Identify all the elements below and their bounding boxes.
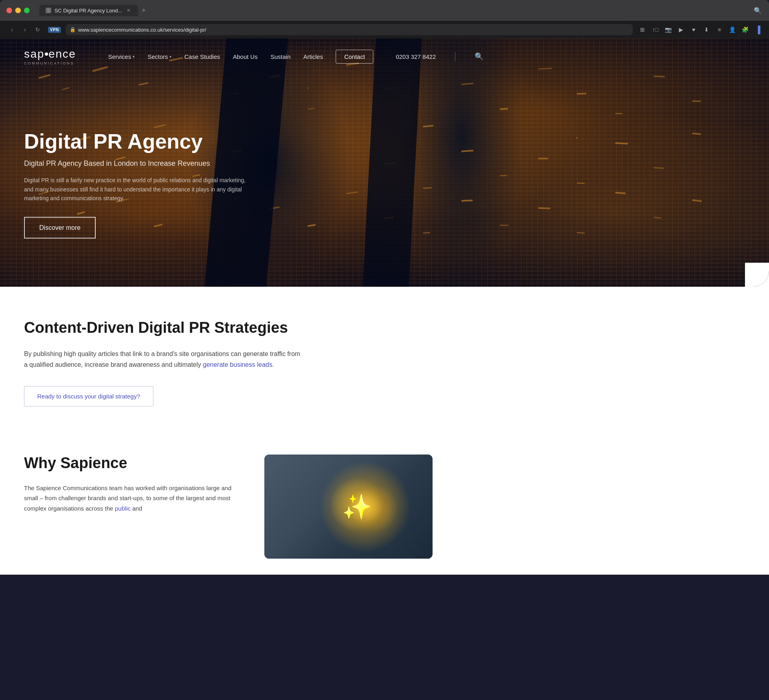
why-sapience-body: The Sapience Communications team has wor…: [24, 483, 232, 514]
hero-description: Digital PR is still a fairly new practic…: [24, 176, 248, 203]
menu-icon[interactable]: ≡: [715, 25, 724, 34]
nav-sustain-label: Sustain: [270, 53, 290, 60]
logo[interactable]: sap ence COMMUNICATIONS: [24, 48, 76, 65]
logo-text-post: ence: [48, 48, 76, 60]
active-tab[interactable]: S SC Digital PR Agency Lond... ✕: [39, 5, 138, 16]
why-sapience-text: Why Sapience The Sapience Communications…: [24, 455, 232, 514]
hero-corner: [745, 263, 769, 287]
tab-title: SC Digital PR Agency Lond...: [54, 8, 122, 14]
website-content: sap ence COMMUNICATIONS Services ▾ Secto…: [0, 38, 769, 575]
hero-subtitle: Digital PR Agency Based in London to Inc…: [24, 159, 248, 168]
extensions-icon[interactable]: 🧩: [740, 25, 750, 34]
nav-contact-button[interactable]: Contact: [336, 50, 373, 64]
why-sapience-title: Why Sapience: [24, 455, 232, 472]
logo-wordmark: sap ence: [24, 48, 76, 60]
browser-titlebar: S SC Digital PR Agency Lond... ✕ + 🔍: [0, 0, 769, 21]
browser-actions: ⊞ ↑□ 📷 ▶ ♥ ⬇ ≡ 👤 🧩 ▐: [638, 25, 763, 34]
logo-dot-icon: [45, 52, 48, 56]
nav-phone: 0203 327 8422: [396, 53, 436, 60]
hero-title: Digital PR Agency: [24, 130, 248, 153]
back-button[interactable]: ‹: [6, 24, 18, 35]
heart-icon[interactable]: ♥: [689, 25, 699, 34]
close-button[interactable]: [6, 8, 12, 13]
nav-about-us-label: About Us: [233, 53, 258, 60]
tab-close-button[interactable]: ✕: [125, 7, 132, 14]
browser-window: S SC Digital PR Agency Lond... ✕ + 🔍 ‹ ›…: [0, 0, 769, 575]
nav-controls: ‹ › ↻: [6, 24, 43, 35]
public-link[interactable]: public: [115, 505, 131, 512]
hero-section: sap ence COMMUNICATIONS Services ▾ Secto…: [0, 38, 769, 287]
camera-icon[interactable]: 📷: [663, 25, 673, 34]
address-bar[interactable]: 🔒 www.sapiencecommunications.co.uk/servi…: [66, 24, 633, 35]
content-section-body: By publishing high quality articles that…: [24, 348, 304, 370]
nav-articles[interactable]: Articles: [303, 53, 323, 60]
vpn-badge: VPN: [48, 27, 61, 33]
logo-text-pre: sap: [24, 48, 44, 60]
search-icon[interactable]: 🔍: [475, 52, 483, 61]
content-driven-section: Content-Driven Digital PR Strategies By …: [0, 287, 769, 430]
why-body-text-2: and: [131, 505, 142, 512]
nav-case-studies[interactable]: Case Studies: [184, 53, 220, 60]
url-text: www.sapiencecommunications.co.uk/service…: [78, 27, 206, 33]
nav-articles-label: Articles: [303, 53, 323, 60]
tab-favicon: S: [46, 8, 51, 13]
reload-button[interactable]: ↻: [32, 24, 43, 35]
browser-toolbar: ‹ › ↻ VPN 🔒 www.sapiencecommunications.c…: [0, 21, 769, 38]
sidebar-icon[interactable]: ▐: [753, 25, 763, 34]
nav-links: Services ▾ Sectors ▾ Case Studies About …: [108, 50, 745, 64]
hero-content: Digital PR Agency Digital PR Agency Base…: [24, 130, 248, 239]
traffic-lights: [6, 8, 30, 13]
profile-icon[interactable]: 👤: [727, 25, 737, 34]
minimize-button[interactable]: [15, 8, 21, 13]
nav-sectors[interactable]: Sectors ▾: [147, 53, 171, 60]
new-tab-button[interactable]: +: [138, 5, 149, 16]
download-icon[interactable]: ⬇: [702, 25, 711, 34]
nav-services-label: Services: [108, 53, 131, 60]
nav-services[interactable]: Services ▾: [108, 53, 135, 60]
generate-leads-link[interactable]: generate business leads.: [203, 361, 274, 368]
chevron-down-icon: ▾: [133, 54, 135, 59]
discover-more-button[interactable]: Discover more: [24, 217, 96, 239]
tab-bar: S SC Digital PR Agency Lond... ✕ +: [39, 5, 748, 16]
maximize-button[interactable]: [24, 8, 30, 13]
chevron-down-icon: ▾: [169, 54, 171, 59]
play-icon[interactable]: ▶: [676, 25, 686, 34]
navigation-bar: sap ence COMMUNICATIONS Services ▾ Secto…: [0, 38, 769, 74]
why-sapience-section: Why Sapience The Sapience Communications…: [0, 430, 769, 575]
discuss-strategy-button[interactable]: Ready to discuss your digital strategy?: [24, 386, 153, 406]
forward-button[interactable]: ›: [19, 24, 30, 35]
logo-subtitle: COMMUNICATIONS: [24, 61, 76, 65]
sparkler-image: [264, 455, 433, 559]
tabs-icon[interactable]: ⊞: [638, 25, 647, 34]
nav-sustain[interactable]: Sustain: [270, 53, 290, 60]
lock-icon: 🔒: [70, 27, 76, 32]
nav-case-studies-label: Case Studies: [184, 53, 220, 60]
share-icon[interactable]: ↑□: [650, 25, 660, 34]
why-sapience-image: [264, 455, 433, 559]
content-section-title: Content-Driven Digital PR Strategies: [24, 319, 745, 337]
nav-about-us[interactable]: About Us: [233, 53, 258, 60]
nav-divider: [455, 52, 455, 61]
nav-sectors-label: Sectors: [147, 53, 168, 60]
browser-search-icon[interactable]: 🔍: [753, 6, 763, 15]
